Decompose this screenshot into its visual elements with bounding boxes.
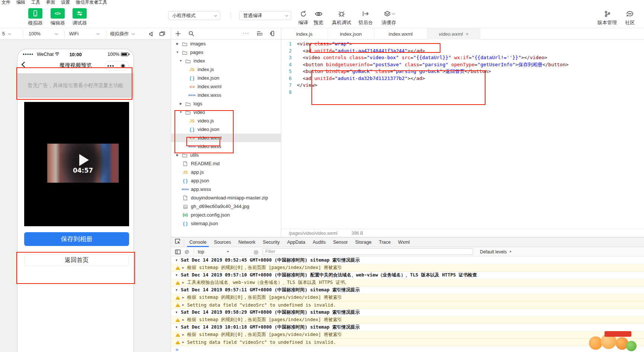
log-levels-select[interactable]: Default levels▼ [480,247,512,256]
mute-button[interactable] [149,28,155,39]
tree-item-sitemap.json[interactable]: { }sitemap.json [171,219,281,228]
console-log-row-warn[interactable]: !▶根据 sitemap 的规则[0]，当前页面 [pages/index/in… [171,316,644,324]
code-line-8[interactable]: 8 [281,89,644,96]
remote-debug-button[interactable]: 真机调试 [330,9,353,26]
minimize-target-icon[interactable]: ◉ [117,61,129,70]
collapse-arrow-icon[interactable]: ▶ [182,266,187,269]
more-dots-icon[interactable]: ●●● [105,64,117,68]
tab-index-wxml[interactable]: index.wxml [374,28,427,39]
tree-item-index.wxml[interactable]: < >index.wxml [171,82,281,91]
code-editor[interactable]: 1<view class="wrap">2 <ad unitId="adunit… [281,39,644,229]
version-manage-button[interactable]: 版本管理 [596,9,618,26]
collapse-arrow-icon[interactable]: ▶ [182,333,187,336]
play-icon[interactable] [79,154,89,166]
collapse-arrow-icon[interactable]: ▶ [182,303,187,307]
video-thumbnail[interactable]: 04:57 [47,144,119,183]
clear-console-icon[interactable]: ⊘ [185,247,189,256]
console-tab-appdata[interactable]: AppData [283,237,309,247]
console-log-row-warn[interactable]: !▶根据 sitemap 的规则[0]，当前页面 [pages/video/vi… [171,294,644,301]
chevron-right-icon[interactable]: ▶ [179,102,183,105]
inspect-element-icon[interactable] [171,238,184,246]
menu-settings[interactable]: 设置 [61,0,70,5]
console-tab-console[interactable]: Console [186,237,210,247]
console-tab-security[interactable]: Security [259,237,283,247]
console-tab-storage[interactable]: Storage [352,237,375,247]
clear-cache-button[interactable]: 清缓存 [379,9,399,26]
compile-button[interactable]: 编译 [295,9,311,26]
debugger-button[interactable]: 调试器 [71,8,89,26]
code-line-4[interactable]: 4 <button bindgetuserinfo="postSave" cla… [281,61,644,68]
close-icon[interactable]: × [466,31,469,37]
tree-item-video[interactable]: ▼video [171,108,281,116]
console-log-row-warn[interactable]: !▶Setting data field "videoSrc" to undef… [171,301,644,309]
collapse-arrow-icon[interactable]: ▶ [182,340,187,344]
chevron-right-icon[interactable]: ▶ [176,42,179,45]
tree-item-README.md[interactable]: README.md [171,159,281,168]
new-file-button[interactable] [175,31,181,38]
console-log-row-group[interactable]: ▼Sat Dec 14 2019 09:57:11 GMT+0800 (中国标准… [171,287,644,294]
editor-button[interactable]: </> 编辑器 [49,8,67,26]
tree-item-index.json[interactable]: { }index.json [171,74,281,82]
tab-index-js[interactable]: index.js [281,28,328,39]
tree-item-app.json[interactable]: { }app.json [171,176,281,185]
tree-item-app.wxss[interactable]: wxssapp.wxss [171,185,281,193]
network-select[interactable]: WiFi [69,28,103,39]
simulate-action-select[interactable]: 模拟操作 [110,28,144,39]
menu-tools[interactable]: 工具 [31,0,40,5]
collapse-all-icon[interactable] [269,31,275,38]
menu-edit[interactable]: 编辑 [16,0,25,5]
code-line-6[interactable]: 6 <ad unitId="adunit-da32b7d1121377b2"><… [281,75,644,82]
console-log-row-warn[interactable]: !▶工具未校验合法域名、web-view（业务域名）、TLS 版本以及 HTTP… [171,279,644,287]
expand-arrow-icon[interactable]: ▼ [176,259,181,262]
console-tab-audits[interactable]: Audits [309,237,329,247]
console-log-row-warn[interactable]: !▶根据 sitemap 的规则[0]，当前页面 [pages/video/vi… [171,331,644,339]
tab-index-json[interactable]: index.json [328,28,374,39]
tree-item-video.wxss[interactable]: wxssvideo.wxss [171,142,281,151]
preview-button[interactable]: 预览 [310,9,327,26]
code-line-2[interactable]: 2 <ad unitId="adunit-aa47148441f3a244"><… [281,48,644,55]
mode-select[interactable]: 小程序模式 [168,11,220,20]
device-select[interactable]: 5 [2,28,20,39]
tree-item-index.js[interactable]: JSindex.js [171,65,281,74]
eye-icon[interactable]: ◎ [254,247,258,256]
expand-arrow-icon[interactable]: ▼ [176,273,181,277]
console-log-row-warn[interactable]: !▶根据 sitemap 的规则[0]，当前页面 [pages/index/in… [171,264,644,272]
save-to-album-button[interactable]: 保存到相册 [24,232,129,246]
menu-file[interactable]: 文件 [1,0,10,5]
expand-arrow-icon[interactable]: ▼ [176,311,181,314]
capsule-menu[interactable]: ●●● ◉ [105,61,129,70]
chevron-down-icon[interactable]: ▼ [179,111,183,114]
console-tab-wxml[interactable]: Wxml [394,237,413,247]
tree-item-douyindownload-miniapp-master.zip[interactable]: douyindownload-miniapp-master.zip [171,193,281,202]
collapse-arrow-icon[interactable]: ▶ [182,296,187,299]
back-to-home-button[interactable]: 返回首页 [24,255,129,266]
expand-arrow-icon[interactable]: ▼ [176,288,181,292]
community-button[interactable]: 社区 [622,9,638,26]
outline-icon[interactable] [257,31,263,38]
context-select[interactable]: top▼ [198,247,230,256]
console-tab-network[interactable]: Network [235,237,259,247]
tree-item-index.wxss[interactable]: wxssindex.wxss [171,91,281,99]
tree-item-project.config.json[interactable]: {o}project.config.json [171,211,281,219]
console-log-row-warn[interactable]: !▶Setting data field "videoSrc" to undef… [171,339,644,346]
tree-item-video.wxml[interactable]: < >video.wxml [171,134,281,142]
console-log-row-group[interactable]: ▼Sat Dec 14 2019 09:52:45 GMT+0800 (中国标准… [171,257,644,264]
tree-item-index[interactable]: ▼index [171,57,281,65]
console-tab-sensor[interactable]: Sensor [329,237,352,247]
tree-item-video.js[interactable]: JSvideo.js [171,116,281,125]
console-log-row-group[interactable]: ▼Sat Dec 14 2019 10:01:18 GMT+0800 (中国标准… [171,324,644,331]
tree-item-utils[interactable]: ▶utils [171,151,281,159]
collapse-arrow-icon[interactable]: ▶ [182,318,187,321]
tree-item-logs[interactable]: ▶logs [171,99,281,108]
code-line-1[interactable]: 1<view class="wrap"> [281,41,644,48]
detach-window-button[interactable] [159,28,165,39]
video-player[interactable]: 04:57 [24,102,129,226]
tree-item-app.js[interactable]: JSapp.js [171,168,281,176]
chevron-down-icon[interactable]: ▼ [179,59,183,63]
menu-devtools[interactable]: 微信开发者工具 [76,0,107,5]
tree-item-video.json[interactable]: { }video.json [171,125,281,134]
chevron-down-icon[interactable]: ▼ [176,51,179,54]
console-tab-sources[interactable]: Sources [210,237,235,247]
code-line-7[interactable]: 7</view> [281,82,644,89]
tree-item-pages[interactable]: ▼pages [171,48,281,57]
